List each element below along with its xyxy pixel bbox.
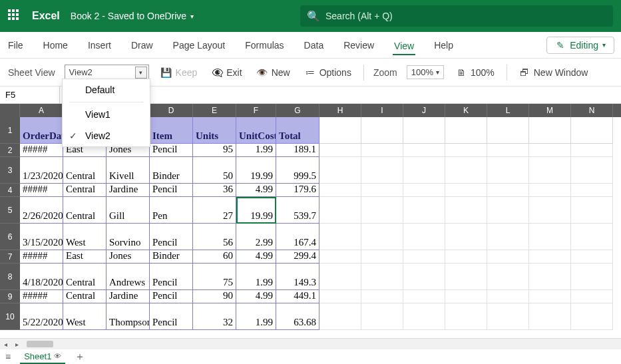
cell[interactable]: Pencil — [150, 290, 193, 303]
cell[interactable]: Central — [63, 157, 106, 184]
row-header[interactable]: 3 — [0, 157, 20, 184]
cell[interactable] — [487, 157, 529, 184]
dropdown-item-view2[interactable]: ✓ View2 — [63, 125, 150, 146]
search-input[interactable] — [325, 11, 605, 21]
cell[interactable] — [361, 197, 403, 224]
row-header[interactable]: 6 — [0, 224, 20, 250]
col-header[interactable]: M — [529, 104, 571, 117]
cell[interactable]: 149.3 — [276, 264, 319, 290]
cell[interactable] — [445, 264, 487, 290]
cell[interactable]: 1.99 — [236, 264, 276, 290]
cell[interactable] — [529, 117, 571, 144]
cell[interactable] — [361, 144, 403, 157]
name-box[interactable]: F5 — [0, 87, 60, 103]
col-header[interactable]: J — [403, 104, 445, 117]
cell[interactable] — [403, 290, 445, 303]
cell[interactable]: Jones — [106, 250, 150, 264]
cell[interactable] — [571, 117, 613, 144]
cell[interactable] — [361, 290, 403, 303]
options-button[interactable]: ≔ Options — [302, 66, 354, 79]
col-header[interactable]: K — [445, 104, 487, 117]
cell[interactable] — [319, 197, 361, 224]
cell[interactable] — [571, 197, 613, 224]
cell[interactable] — [319, 157, 361, 184]
cell[interactable]: 4.99 — [236, 250, 276, 264]
cell[interactable] — [529, 197, 571, 224]
cell[interactable] — [403, 264, 445, 290]
cell[interactable] — [403, 303, 445, 330]
tab-file[interactable]: File — [7, 36, 25, 55]
cell[interactable] — [445, 144, 487, 157]
cell[interactable] — [445, 197, 487, 224]
cell[interactable] — [487, 290, 529, 303]
tab-view[interactable]: View — [393, 37, 415, 55]
cell[interactable] — [361, 157, 403, 184]
cell[interactable] — [361, 250, 403, 264]
exit-button[interactable]: 👁️‍🗨️ Exit — [209, 66, 244, 79]
cell[interactable]: 2.99 — [236, 224, 276, 250]
cell[interactable]: Pencil — [150, 184, 193, 197]
scroll-right-icon[interactable]: ▸ — [11, 341, 23, 348]
cell[interactable]: 5/22/2020 — [20, 303, 63, 330]
cell[interactable]: 19.99 — [236, 197, 276, 224]
cell[interactable] — [403, 197, 445, 224]
cell[interactable]: Jardine — [106, 290, 150, 303]
cell[interactable]: Pencil — [150, 144, 193, 157]
header-cell[interactable]: OrderDate — [20, 117, 63, 144]
dropdown-item-default[interactable]: Default — [63, 79, 150, 100]
cell[interactable]: 1.99 — [236, 144, 276, 157]
document-title[interactable]: Book 2 - Saved to OneDrive ▾ — [71, 11, 194, 21]
cell[interactable]: East — [63, 250, 106, 264]
cell[interactable] — [571, 157, 613, 184]
col-header[interactable]: E — [193, 104, 236, 117]
scroll-thumb[interactable] — [27, 341, 53, 347]
new-window-button[interactable]: 🗗 New Window — [517, 66, 591, 79]
dropdown-item-view1[interactable]: View1 — [63, 104, 150, 125]
tab-help[interactable]: Help — [433, 36, 455, 55]
cell[interactable] — [319, 303, 361, 330]
cell[interactable]: 90 — [193, 290, 236, 303]
cell[interactable] — [319, 290, 361, 303]
cell[interactable] — [319, 117, 361, 144]
cell[interactable]: Pencil — [150, 224, 193, 250]
cell[interactable]: 50 — [193, 157, 236, 184]
cell[interactable]: 56 — [193, 224, 236, 250]
cell[interactable] — [445, 157, 487, 184]
cell[interactable]: Central — [63, 264, 106, 290]
zoom-select[interactable]: 100% ▾ — [407, 65, 444, 79]
cell[interactable] — [319, 184, 361, 197]
cell[interactable] — [445, 184, 487, 197]
cell[interactable] — [571, 303, 613, 330]
cell[interactable] — [403, 250, 445, 264]
tab-home[interactable]: Home — [42, 36, 69, 55]
cell[interactable] — [529, 157, 571, 184]
col-header[interactable]: N — [571, 104, 613, 117]
all-sheets-icon[interactable]: ≡ — [5, 351, 11, 362]
cell[interactable]: 19.99 — [236, 157, 276, 184]
cell[interactable] — [319, 224, 361, 250]
row-header[interactable]: 9 — [0, 290, 20, 303]
cell[interactable]: ##### — [20, 250, 63, 264]
col-header[interactable]: F — [236, 104, 276, 117]
cell[interactable]: 4/18/2020 — [20, 264, 63, 290]
cell[interactable] — [445, 290, 487, 303]
row-header[interactable]: 10 — [0, 303, 20, 330]
select-all-corner[interactable] — [0, 104, 20, 117]
cell[interactable]: Central — [63, 197, 106, 224]
row-header[interactable]: 2 — [0, 144, 20, 157]
cell[interactable] — [403, 144, 445, 157]
cell[interactable]: 4.99 — [236, 290, 276, 303]
cell[interactable]: 27 — [193, 197, 236, 224]
cell[interactable]: Gill — [106, 197, 150, 224]
cell[interactable] — [571, 250, 613, 264]
cell[interactable] — [445, 250, 487, 264]
cell[interactable]: 539.7 — [276, 197, 319, 224]
cell[interactable]: Pen — [150, 197, 193, 224]
tab-data[interactable]: Data — [303, 36, 325, 55]
cell[interactable] — [529, 303, 571, 330]
cell[interactable]: ##### — [20, 144, 63, 157]
cell[interactable] — [487, 303, 529, 330]
cell[interactable]: ##### — [20, 290, 63, 303]
cell[interactable]: 1.99 — [236, 303, 276, 330]
cell[interactable]: 299.4 — [276, 250, 319, 264]
